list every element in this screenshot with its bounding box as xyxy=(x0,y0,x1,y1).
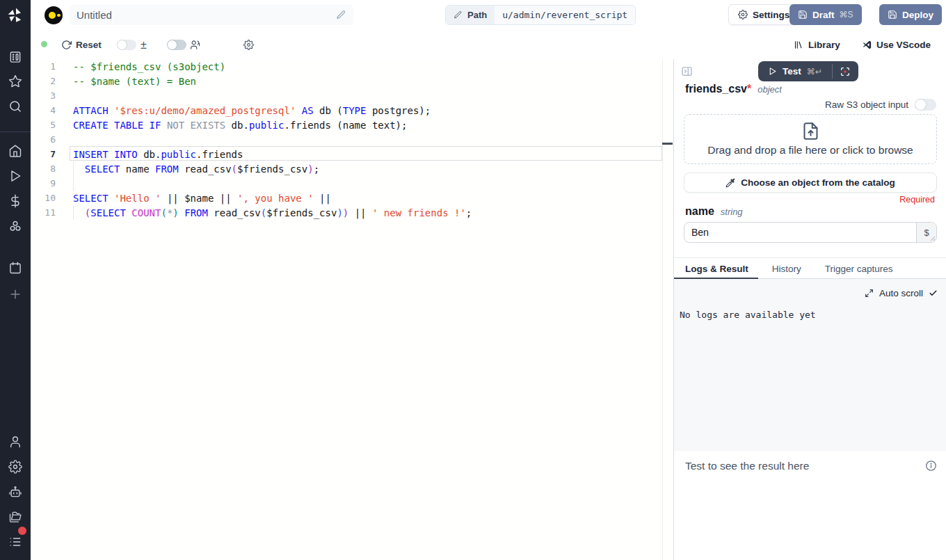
code-line[interactable]: 4ATTACH '$res:u/demo/amazed_postgresql' … xyxy=(31,103,673,118)
draft-shortcut: ⌘S xyxy=(840,10,853,19)
audit-logs-icon[interactable] xyxy=(8,535,22,549)
line-number: 1 xyxy=(31,61,56,72)
schedules-icon[interactable] xyxy=(8,261,22,275)
diff-toggle[interactable] xyxy=(117,40,136,50)
test-shortcut: ⌘↵ xyxy=(807,67,822,77)
result-tabs: Logs & ResultHistoryTrigger captures xyxy=(674,259,946,279)
editor-settings-button[interactable] xyxy=(243,31,254,59)
multiplayer-toggle[interactable] xyxy=(167,40,186,50)
required-label: Required xyxy=(899,195,935,205)
header: Untitled Path u/admin/reverent_script Se… xyxy=(31,0,946,31)
deploy-button[interactable]: Deploy xyxy=(879,4,942,25)
expand-icon xyxy=(865,289,874,298)
draft-button[interactable]: Draft ⌘S xyxy=(789,4,862,25)
arg-friends-csv-header: friends_csv* object xyxy=(685,83,782,95)
editor-toolbar: Reset ± Library Use VScode xyxy=(31,31,946,59)
favorites-star-icon[interactable] xyxy=(8,74,22,88)
arg-name: name xyxy=(685,205,714,218)
workspace-icon[interactable] xyxy=(8,50,22,64)
autoscroll-label: Auto scroll xyxy=(879,288,923,298)
add-icon[interactable] xyxy=(8,287,22,301)
search-icon[interactable] xyxy=(8,99,22,113)
insert-variable-button[interactable]: $ xyxy=(916,223,936,242)
settings-gear-icon[interactable] xyxy=(8,460,22,474)
raw-s3-toggle[interactable] xyxy=(915,99,936,111)
choose-object-catalog-button[interactable]: Choose an object from the catalog xyxy=(684,173,937,193)
tab-history[interactable]: History xyxy=(772,259,801,278)
line-number: 2 xyxy=(31,76,56,86)
info-icon[interactable] xyxy=(925,460,937,472)
code-line[interactable]: 1-- $friends_csv (s3object) xyxy=(31,59,673,74)
user-icon[interactable] xyxy=(8,435,22,449)
result-area: Test to see the result here xyxy=(674,451,946,560)
overview-ruler[interactable] xyxy=(662,59,663,560)
dropzone-text: Drag and drop a file here or click to br… xyxy=(707,144,913,157)
deploy-button-label: Deploy xyxy=(902,10,933,20)
file-upload-icon xyxy=(801,122,820,141)
file-dropzone[interactable]: Drag and drop a file here or click to br… xyxy=(684,114,937,164)
multiplayer-toggle-group xyxy=(167,31,201,59)
raw-s3-toggle-row: Raw S3 object input xyxy=(825,99,936,111)
name-input-value[interactable]: Ben xyxy=(684,223,916,242)
diff-icon: ± xyxy=(141,39,147,51)
code-line[interactable]: 10SELECT 'Hello ' || $name || ', you hav… xyxy=(31,191,673,205)
required-asterisk: * xyxy=(747,83,751,95)
ai-robot-icon[interactable] xyxy=(8,485,22,499)
line-number: 5 xyxy=(31,120,56,130)
code-line[interactable]: 9 xyxy=(31,176,673,191)
dollar-icon: $ xyxy=(924,227,929,238)
test-panel: Test ⌘↵ friends_csv* object Raw S3 objec… xyxy=(673,59,946,560)
script-title-input[interactable]: Untitled xyxy=(70,5,353,25)
capture-button[interactable] xyxy=(833,61,858,81)
reset-button-label: Reset xyxy=(76,40,102,50)
path-label-text: Path xyxy=(467,10,487,20)
line-number: 3 xyxy=(31,90,56,101)
folders-icon[interactable] xyxy=(8,510,22,524)
edit-path-pencil-icon xyxy=(454,10,463,19)
edit-title-pencil-icon[interactable] xyxy=(336,10,346,20)
line-number: 4 xyxy=(31,105,56,115)
line-number: 8 xyxy=(31,163,56,174)
tab-trigger-captures[interactable]: Trigger captures xyxy=(825,259,893,278)
resources-icon[interactable] xyxy=(8,219,22,233)
windmill-logo-icon[interactable] xyxy=(7,7,24,24)
line-number: 6 xyxy=(31,134,56,145)
line-number: 7 xyxy=(31,149,56,159)
play-icon xyxy=(768,67,777,76)
home-icon[interactable] xyxy=(8,144,22,158)
result-placeholder: Test to see the result here xyxy=(685,460,809,472)
status-dot xyxy=(41,41,47,47)
use-vscode-button-label: Use VScode xyxy=(876,40,931,50)
test-button[interactable]: Test ⌘↵ xyxy=(758,61,832,81)
path-value[interactable]: u/admin/reverent_script xyxy=(495,6,635,24)
use-vscode-button[interactable]: Use VScode xyxy=(862,31,931,59)
path-edit-button[interactable]: Path xyxy=(446,6,495,24)
line-number: 10 xyxy=(31,193,56,203)
reset-button[interactable]: Reset xyxy=(61,31,102,59)
autoscroll-control[interactable]: Auto scroll xyxy=(865,288,938,298)
script-title-text: Untitled xyxy=(77,9,112,21)
resize-grip-icon[interactable] xyxy=(930,236,936,241)
sidebar-divider xyxy=(0,131,31,132)
code-line[interactable]: 6 xyxy=(31,132,673,147)
line-number: 9 xyxy=(31,178,56,189)
collapse-panel-icon[interactable] xyxy=(681,65,693,77)
library-button[interactable]: Library xyxy=(794,31,840,59)
panel-divider[interactable] xyxy=(674,257,946,258)
code-line[interactable]: 5CREATE TABLE IF NOT EXISTS db.public.fr… xyxy=(31,118,673,132)
path-group: Path u/admin/reverent_script xyxy=(445,5,636,25)
code-line[interactable]: 8 SELECT name FROM read_csv($friends_csv… xyxy=(31,161,673,176)
code-editor[interactable]: 1-- $friends_csv (s3object)2-- $name (te… xyxy=(31,59,673,560)
code-line[interactable]: 11 (SELECT COUNT(*) FROM read_csv($frien… xyxy=(31,205,673,220)
settings-button-label: Settings xyxy=(753,10,789,20)
code-line[interactable]: 3 xyxy=(31,88,673,103)
variables-icon[interactable] xyxy=(8,194,22,208)
code-line[interactable]: 7INSERT INTO db.public.friends xyxy=(31,147,673,161)
runs-icon[interactable] xyxy=(8,169,22,183)
raw-s3-toggle-label: Raw S3 object input xyxy=(825,99,908,110)
settings-button[interactable]: Settings xyxy=(728,4,799,25)
logs-empty-message: No logs are available yet xyxy=(680,310,816,320)
tab-logs-result[interactable]: Logs & Result xyxy=(685,259,748,278)
diff-toggle-group: ± xyxy=(117,31,147,59)
code-line[interactable]: 2-- $name (text) = Ben xyxy=(31,74,673,88)
